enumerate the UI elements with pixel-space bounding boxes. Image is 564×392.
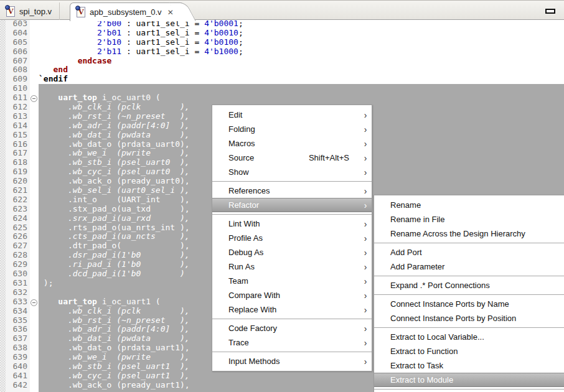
menu-item-label: Source bbox=[228, 153, 309, 162]
menu-item-label: Input Methods bbox=[228, 357, 360, 366]
tab-spi-top[interactable]: V spi_top.v bbox=[0, 2, 60, 21]
line-number: 626 bbox=[6, 232, 27, 241]
line-number: 606 bbox=[6, 47, 27, 57]
submenu-arrow-icon: › bbox=[360, 324, 370, 334]
menu-item-rename-in-file[interactable]: Rename in File bbox=[374, 212, 564, 226]
code-line[interactable]: endcase bbox=[39, 57, 243, 66]
menu-item-trace[interactable]: Trace› bbox=[212, 335, 372, 350]
tab-label: apb_subsystem_0.v bbox=[90, 7, 162, 17]
tab-apb-subsystem[interactable]: V apb_subsystem_0.v ✕ bbox=[70, 2, 182, 21]
submenu-arrow-icon: › bbox=[360, 357, 370, 366]
tab-close-icon[interactable]: ✕ bbox=[167, 9, 174, 16]
submenu-arrow-icon: › bbox=[360, 186, 370, 196]
line-number: 642 bbox=[6, 381, 27, 390]
code-line[interactable]: .wb_ack_o (pready_uart1), bbox=[39, 381, 243, 390]
menu-item-extract-to-local-variable[interactable]: Extract to Local Variable... bbox=[374, 330, 564, 344]
code-line[interactable]: uart_top i_oc_uart0 ( bbox=[39, 93, 243, 103]
menu-item-shortcut: Shift+Alt+S bbox=[309, 153, 349, 162]
menu-item-label: Connect Instance Ports by Name bbox=[390, 299, 564, 309]
menu-separator bbox=[212, 214, 372, 215]
menu-item-connect-instance-ports-by-name[interactable]: Connect Instance Ports by Name bbox=[374, 297, 564, 311]
submenu-arrow-icon: › bbox=[360, 262, 370, 272]
line-number: 605 bbox=[6, 38, 27, 47]
line-number: 614 bbox=[6, 121, 27, 131]
menu-item-refactor[interactable]: Refactor› bbox=[212, 198, 372, 212]
menu-item-label: Run As bbox=[228, 262, 360, 271]
menu-separator bbox=[212, 319, 372, 319]
menu-item-rename-across-the-design-hierarchy[interactable]: Rename Across the Design Hierarchy bbox=[374, 226, 564, 241]
submenu-arrow-icon: › bbox=[360, 305, 370, 315]
tab-label: spi_top.v bbox=[19, 7, 52, 16]
menu-separator bbox=[374, 243, 564, 243]
code-line[interactable]: `endif bbox=[39, 75, 243, 84]
folding-gutter[interactable] bbox=[30, 20, 39, 392]
menu-item-label: Folding bbox=[228, 124, 360, 134]
menu-item-label: Debug As bbox=[228, 248, 360, 257]
menu-item-lint-with[interactable]: Lint With› bbox=[212, 217, 372, 231]
menu-item-label: Expand .* Port Connections bbox=[390, 281, 564, 290]
minimize-icon[interactable] bbox=[545, 9, 555, 14]
code-line[interactable]: end bbox=[39, 65, 243, 75]
menu-item-code-factory[interactable]: Code Factory› bbox=[212, 321, 372, 335]
menu-item-extract-to-function[interactable]: Extract to Function bbox=[374, 344, 564, 358]
line-number: 640 bbox=[6, 362, 27, 371]
menu-item-profile-as[interactable]: Profile As› bbox=[212, 231, 372, 245]
line-numbers: 6036046056066076086096106116126136146156… bbox=[6, 20, 27, 390]
code-line[interactable]: 2'b10 : uart1_sel_i = 4'b0100; bbox=[39, 38, 243, 47]
menu-item-add-port[interactable]: Add Port bbox=[374, 245, 564, 259]
menu-item-label: Extract to Function bbox=[390, 347, 564, 356]
menu-item-rename[interactable]: Rename bbox=[374, 198, 564, 212]
submenu-arrow-icon: › bbox=[360, 110, 370, 120]
menu-item-label: Compare With bbox=[228, 291, 360, 300]
line-number: 639 bbox=[6, 353, 27, 362]
menu-separator bbox=[374, 294, 564, 295]
line-number: 629 bbox=[6, 260, 27, 269]
menu-item-input-methods[interactable]: Input Methods› bbox=[212, 354, 372, 368]
menu-item-label: Team bbox=[228, 276, 360, 286]
menu-item-replace-with[interactable]: Replace With› bbox=[212, 302, 372, 317]
menu-item-references[interactable]: References› bbox=[212, 184, 372, 198]
code-line[interactable]: 2'b00 : uart1_sel_i = 4'b0001; bbox=[39, 20, 243, 29]
fold-minus-icon[interactable] bbox=[31, 299, 37, 306]
submenu-arrow-icon: › bbox=[360, 153, 370, 163]
menu-item-macros[interactable]: Macros› bbox=[212, 136, 372, 151]
menu-separator bbox=[374, 276, 564, 276]
menu-item-connect-instance-ports-by-position[interactable]: Connect Instance Ports by Position bbox=[374, 311, 564, 325]
code-line[interactable] bbox=[39, 84, 243, 93]
menu-item-label: Macros bbox=[228, 139, 360, 148]
menu-item-edit[interactable]: Edit› bbox=[212, 108, 372, 122]
menu-item-source[interactable]: SourceShift+Alt+S› bbox=[212, 151, 372, 165]
menu-item-compare-with[interactable]: Compare With› bbox=[212, 288, 372, 302]
line-number: 618 bbox=[6, 158, 27, 167]
menu-item-label: Code Factory bbox=[228, 324, 360, 333]
line-number: 619 bbox=[6, 167, 27, 177]
menu-item-show[interactable]: Show› bbox=[212, 165, 372, 179]
menu-item-label: Rename in File bbox=[390, 215, 564, 224]
menu-item-extract-to-module[interactable]: Extract to Module bbox=[374, 373, 564, 387]
menu-item-label: Profile As bbox=[228, 233, 360, 243]
editor-tab-bar: V spi_top.v V apb_subsystem_0.v ✕ bbox=[0, 0, 564, 20]
code-line[interactable]: .wb_cyc_i (psel_uart1 ), bbox=[39, 371, 243, 381]
refactor-submenu: RenameRename in FileRename Across the De… bbox=[374, 195, 564, 392]
code-line[interactable]: 2'b01 : uart1_sel_i = 4'b0010; bbox=[39, 29, 243, 38]
menu-item-debug-as[interactable]: Debug As› bbox=[212, 245, 372, 259]
menu-item-team[interactable]: Team› bbox=[212, 274, 372, 288]
submenu-arrow-icon: › bbox=[360, 167, 370, 177]
submenu-arrow-icon: › bbox=[360, 139, 370, 149]
menu-separator bbox=[212, 181, 372, 182]
menu-item-label: Extract to Local Variable... bbox=[390, 332, 564, 342]
menu-item-label: References bbox=[228, 186, 360, 195]
menu-item-run-as[interactable]: Run As› bbox=[212, 259, 372, 274]
line-number: 617 bbox=[6, 149, 27, 158]
menu-item-expand-port-connections[interactable]: Expand .* Port Connections bbox=[374, 278, 564, 292]
line-number: 630 bbox=[6, 269, 27, 279]
line-number: 624 bbox=[6, 214, 27, 223]
submenu-arrow-icon: › bbox=[360, 291, 370, 301]
menu-item-folding[interactable]: Folding› bbox=[212, 122, 372, 136]
menu-separator bbox=[374, 389, 564, 390]
menu-item-add-parameter[interactable]: Add Parameter bbox=[374, 259, 564, 274]
fold-minus-icon[interactable] bbox=[31, 95, 37, 102]
menu-item-extract-to-task[interactable]: Extract to Task bbox=[374, 358, 564, 373]
line-number: 603 bbox=[6, 20, 27, 29]
code-line[interactable]: 2'b11 : uart1_sel_i = 4'b1000; bbox=[39, 47, 243, 57]
